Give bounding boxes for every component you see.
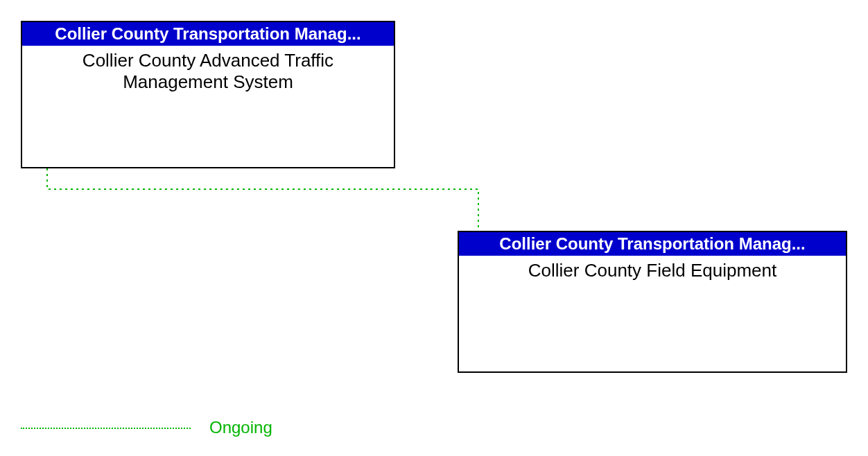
node-field-equipment-body: Collier County Field Equipment	[459, 256, 846, 281]
node-field-equipment-header: Collier County Transportation Manag...	[459, 232, 846, 256]
node-atms-body: Collier County Advanced Traffic Manageme…	[22, 46, 394, 92]
legend-label-ongoing: Ongoing	[209, 418, 272, 437]
node-field-equipment: Collier County Transportation Manag... C…	[458, 231, 847, 373]
node-atms-header: Collier County Transportation Manag...	[22, 22, 394, 46]
node-atms: Collier County Transportation Manag... C…	[21, 21, 395, 168]
connector-path	[47, 168, 478, 231]
legend-line-ongoing	[21, 428, 191, 429]
